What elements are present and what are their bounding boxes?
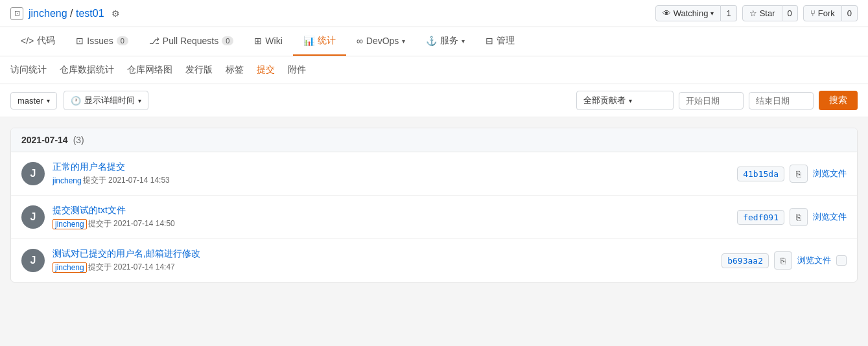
subnav-commits[interactable]: 提交	[257, 63, 275, 77]
fork-count: 0	[842, 5, 858, 21]
tab-wiki[interactable]: ⊞ Wiki	[244, 28, 292, 55]
commit-info: 正常的用户名提交 jincheng 提交于 2021-07-14 14:53	[53, 161, 729, 186]
commit-actions: b693aa2 ⎘ 浏览文件	[721, 251, 847, 270]
commit-meta: jincheng 提交于 2021-07-14 14:53	[53, 175, 729, 186]
tab-stats-label: 统计	[318, 35, 336, 47]
pr-badge: 0	[222, 36, 233, 45]
start-date-input[interactable]	[679, 92, 744, 110]
commit-actions: fedf091 ⎘ 浏览文件	[737, 208, 847, 226]
tab-devops-label: DevOps	[366, 36, 399, 46]
contributor-selector[interactable]: 全部贡献者 ▾	[576, 91, 674, 110]
end-date-input[interactable]	[749, 92, 814, 110]
subnav-repo-data[interactable]: 仓库数据统计	[60, 63, 114, 77]
tab-issues[interactable]: ⊡ Issues 0	[65, 28, 139, 55]
commit-author-name[interactable]: jincheng	[53, 176, 82, 185]
commit-hash[interactable]: fedf091	[737, 210, 784, 225]
commit-hash[interactable]: 41b15da	[737, 167, 784, 181]
main-content: 2021-07-14 (3) J 正常的用户名提交 jincheng 提交于 2…	[0, 117, 868, 346]
tab-manage[interactable]: ⊟ 管理	[475, 27, 525, 56]
subnav-attachments[interactable]: 附件	[288, 63, 306, 77]
star-group: ☆ Star 0	[742, 5, 798, 21]
repo-separator: /	[70, 8, 76, 19]
repo-full-title: jincheng / test01	[29, 8, 104, 19]
contributor-label: 全部贡献者	[583, 95, 626, 106]
fork-label: Fork	[818, 8, 835, 18]
tab-issues-label: Issues	[87, 36, 113, 46]
commit-toolbar: master ▾ 🕐 显示详细时间 ▾ 全部贡献者 ▾ 搜索	[0, 84, 868, 117]
toolbar-right: 全部贡献者 ▾ 搜索	[576, 91, 858, 110]
tab-manage-label: 管理	[497, 35, 515, 47]
fork-button[interactable]: ⑂ Fork	[803, 5, 842, 21]
watching-button[interactable]: 👁 Watching ▾	[655, 5, 721, 21]
repo-icon: ⊡	[10, 7, 23, 20]
tab-code[interactable]: </> 代码	[10, 27, 65, 56]
issues-badge: 0	[117, 36, 128, 45]
main-nav: </> 代码 ⊡ Issues 0 ⎇ Pull Requests 0 ⊞ Wi…	[0, 27, 868, 56]
browse-files-link[interactable]: 浏览文件	[813, 168, 847, 179]
fork-icon: ⑂	[810, 8, 815, 18]
commit-meta-text: 提交于 2021-07-14 14:50	[88, 218, 175, 229]
commit-title-link[interactable]: 正常的用户名提交	[53, 161, 729, 173]
time-display-button[interactable]: 🕐 显示详细时间 ▾	[64, 91, 148, 110]
browse-files-link[interactable]: 浏览文件	[797, 255, 831, 266]
repo-title-area: ⊡ jincheng / test01 ⚙	[10, 7, 123, 20]
copy-icon[interactable]: ⎘	[790, 208, 808, 226]
star-button[interactable]: ☆ Star	[742, 5, 782, 21]
stats-icon: 📊	[303, 36, 314, 46]
clock-icon: 🕐	[71, 96, 81, 106]
page-header: ⊡ jincheng / test01 ⚙ 👁 Watching ▾ 1 ☆ S…	[0, 0, 868, 27]
avatar: J	[21, 205, 45, 229]
repo-actions: 👁 Watching ▾ 1 ☆ Star 0 ⑂ Fork 0	[655, 5, 858, 21]
watching-label: Watching	[674, 8, 709, 18]
fork-group: ⑂ Fork 0	[803, 5, 858, 21]
watching-group: 👁 Watching ▾ 1	[655, 5, 737, 21]
tab-stats[interactable]: 📊 统计	[293, 27, 346, 56]
star-icon: ☆	[749, 8, 757, 18]
browse-files-link[interactable]: 浏览文件	[813, 211, 847, 223]
watching-count: 1	[721, 5, 736, 21]
commit-group-date: 2021-07-14	[21, 135, 68, 145]
star-label: Star	[760, 8, 775, 18]
subnav-release[interactable]: 发行版	[185, 63, 213, 77]
commit-hash[interactable]: b693aa2	[721, 253, 769, 268]
time-chevron-icon: ▾	[138, 97, 141, 104]
toolbar-left: master ▾ 🕐 显示详细时间 ▾	[10, 91, 570, 110]
avatar: J	[21, 162, 45, 185]
commit-title-link[interactable]: 测试对已提交的用户名,邮箱进行修改	[53, 248, 714, 260]
commit-info: 测试对已提交的用户名,邮箱进行修改 jincheng 提交于 2021-07-1…	[53, 248, 714, 273]
subnav-network[interactable]: 仓库网络图	[127, 63, 172, 77]
repo-name-link[interactable]: test01	[76, 8, 104, 19]
commit-author-highlighted-link[interactable]: jincheng	[53, 219, 87, 229]
star-count: 0	[782, 5, 798, 21]
branch-label: master	[18, 96, 43, 106]
devops-icon: ∞	[357, 36, 363, 46]
branch-chevron-icon: ▾	[47, 97, 50, 104]
tab-pullrequests[interactable]: ⎇ Pull Requests 0	[139, 28, 244, 55]
search-button[interactable]: 搜索	[819, 91, 858, 110]
repo-settings-icon[interactable]: ⚙	[110, 7, 123, 20]
tab-pr-label: Pull Requests	[163, 36, 218, 46]
commit-author-highlighted-link[interactable]: jincheng	[53, 262, 87, 273]
repo-owner-link[interactable]: jincheng	[29, 8, 67, 19]
commit-meta-text: 提交于 2021-07-14 14:53	[83, 175, 170, 186]
tab-wiki-label: Wiki	[265, 36, 282, 46]
commit-info: 提交测试的txt文件 jincheng 提交于 2021-07-14 14:50	[53, 205, 729, 229]
tab-services[interactable]: ⚓ 服务 ▾	[416, 27, 475, 56]
pr-icon: ⎇	[149, 36, 159, 46]
copy-icon[interactable]: ⎘	[790, 165, 808, 183]
commit-meta: jincheng 提交于 2021-07-14 14:50	[53, 218, 729, 229]
tab-code-label: 代码	[37, 35, 55, 47]
table-row: J 测试对已提交的用户名,邮箱进行修改 jincheng 提交于 2021-07…	[11, 239, 857, 282]
commit-title-link[interactable]: 提交测试的txt文件	[53, 205, 729, 216]
copy-icon[interactable]: ⎘	[774, 251, 792, 270]
subnav-access[interactable]: 访问统计	[10, 63, 47, 77]
code-icon: </>	[21, 36, 34, 46]
tab-devops[interactable]: ∞ DevOps ▾	[346, 28, 416, 55]
table-row: J 正常的用户名提交 jincheng 提交于 2021-07-14 14:53…	[11, 152, 857, 196]
devops-chevron-icon: ▾	[402, 38, 405, 45]
branch-selector[interactable]: master ▾	[10, 92, 57, 110]
commit-checkbox[interactable]	[836, 255, 847, 266]
sub-navigation: 访问统计 仓库数据统计 仓库网络图 发行版 标签 提交 附件	[0, 56, 868, 84]
subnav-tags[interactable]: 标签	[226, 63, 244, 77]
contributor-chevron-icon: ▾	[629, 97, 632, 104]
